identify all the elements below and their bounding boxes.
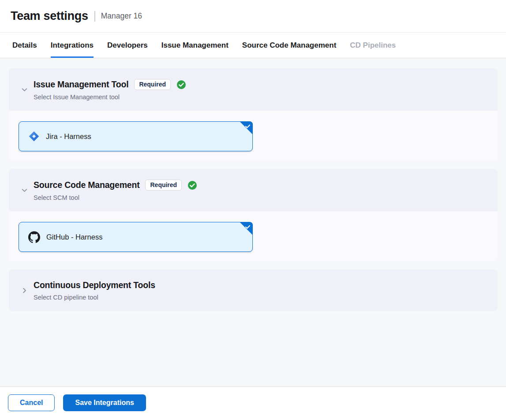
required-badge: Required: [134, 79, 171, 90]
cancel-button[interactable]: Cancel: [8, 394, 55, 411]
page-title: Team settings: [11, 9, 88, 23]
page-subtitle: Manager 16: [101, 11, 142, 21]
title-divider: [94, 11, 95, 22]
tab-cd-pipelines: CD Pipelines: [350, 33, 396, 58]
check-circle-icon: [176, 80, 186, 90]
chevron-down-icon: [21, 187, 28, 194]
section-title: Issue Management Tool: [34, 79, 128, 90]
github-icon: [28, 231, 40, 243]
section-header-scm: Source Code Management Required Select S…: [9, 169, 498, 211]
section-source-code-management: Source Code Management Required Select S…: [9, 169, 498, 261]
tool-name: GitHub - Harness: [46, 233, 102, 241]
integrations-panel: Issue Management Tool Required Select Is…: [0, 58, 506, 386]
tab-source-code-management[interactable]: Source Code Management: [242, 33, 337, 58]
tab-details[interactable]: Details: [12, 33, 37, 58]
team-settings-page: Team settings Manager 16 Details Integra…: [0, 0, 506, 420]
selected-check-icon: [244, 224, 251, 230]
section-header-issue-management: Issue Management Tool Required Select Is…: [9, 68, 498, 111]
chevron-down-icon: [21, 86, 28, 94]
section-subtitle: Select CD pipeline tool: [34, 294, 155, 301]
required-badge: Required: [145, 180, 182, 191]
section-title: Source Code Management: [34, 180, 139, 190]
section-issue-management-tool: Issue Management Tool Required Select Is…: [9, 68, 498, 161]
section-header-cd-tools: Continuous Deployment Tools Select CD pi…: [9, 270, 498, 311]
tool-card-github-harness[interactable]: GitHub - Harness: [19, 222, 253, 252]
tab-bar: Details Integrations Developers Issue Ma…: [0, 33, 506, 58]
save-integrations-button[interactable]: Save Integrations: [63, 394, 146, 411]
check-circle-icon: [187, 180, 197, 190]
section-body-scm: GitHub - Harness: [9, 211, 498, 261]
footer-action-bar: Cancel Save Integrations: [0, 386, 506, 420]
tab-issue-management[interactable]: Issue Management: [161, 33, 229, 58]
section-subtitle: Select Issue Management tool: [34, 94, 186, 101]
expand-section-button[interactable]: [19, 286, 29, 296]
section-continuous-deployment-tools: Continuous Deployment Tools Select CD pi…: [9, 270, 498, 311]
tab-developers[interactable]: Developers: [107, 33, 148, 58]
collapse-section-button[interactable]: [19, 85, 29, 95]
section-body-issue-management: Jira - Harness: [9, 111, 498, 161]
tab-integrations[interactable]: Integrations: [51, 33, 94, 58]
tool-card-jira-harness[interactable]: Jira - Harness: [19, 121, 253, 151]
chevron-right-icon: [21, 287, 28, 294]
collapse-section-button[interactable]: [19, 186, 29, 195]
section-title: Continuous Deployment Tools: [34, 280, 155, 290]
jira-icon: [28, 131, 40, 142]
section-subtitle: Select SCM tool: [34, 194, 197, 201]
tool-name: Jira - Harness: [46, 132, 91, 141]
selected-check-icon: [244, 123, 251, 130]
page-header: Team settings Manager 16: [0, 0, 506, 33]
